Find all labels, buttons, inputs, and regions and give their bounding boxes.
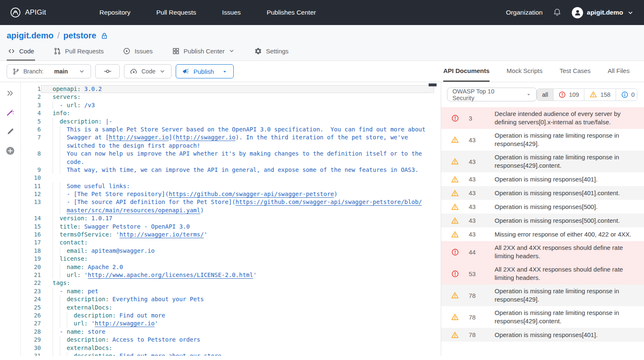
code-line[interactable]: 23- name: pet <box>21 287 441 295</box>
nav-item-repository[interactable]: Repository <box>99 9 130 16</box>
issue-severity <box>441 331 469 339</box>
code-line[interactable]: switched to the design first approach! <box>21 142 441 150</box>
issue-row[interactable]: 43Missing error response of either 400, … <box>441 227 644 241</box>
user-menu[interactable]: apigit.demo <box>572 7 634 18</box>
repo-tab-settings[interactable]: Settings <box>253 42 289 60</box>
code-download-button[interactable]: Code <box>124 64 172 78</box>
code-token: title: <box>60 223 81 230</box>
code-line[interactable]: 29description: Access to Petstore orders <box>21 336 441 344</box>
code-line[interactable]: 7Swagger at [http://swagger.io](http://s… <box>21 133 441 141</box>
indent-guide <box>53 214 60 222</box>
issue-row[interactable]: 78Operation is missing responses[401]. <box>441 328 644 342</box>
filter-errors[interactable]: 109 <box>553 89 584 101</box>
line-number: 5 <box>21 118 41 126</box>
ruleset-select[interactable]: OWASP Top 10 Security <box>447 88 537 101</box>
issue-row[interactable]: 43Operation is missing rate limiting res… <box>441 129 644 151</box>
code-line[interactable]: 6This is a sample Pet Store Server based… <box>21 126 441 133</box>
add-circle-icon[interactable] <box>5 146 15 156</box>
code-line[interactable]: 11Some useful links: <box>21 182 441 190</box>
code-line[interactable]: 28- name: store <box>21 328 441 336</box>
repo-tab-issues[interactable]: Issues <box>122 42 153 60</box>
code-line[interactable]: 25externalDocs: <box>21 304 441 312</box>
indent-guide <box>60 126 67 133</box>
code-line[interactable]: 9That way, with time, we can improve the… <box>21 166 441 174</box>
issue-row[interactable]: 43Operation is missing responses[401].co… <box>441 186 644 200</box>
brand[interactable]: APIGit <box>10 7 46 18</box>
issue-line-number: 43 <box>469 136 495 143</box>
bell-icon[interactable] <box>553 8 562 17</box>
issue-row[interactable]: 43Operation is missing responses[401]. <box>441 172 644 186</box>
code-line[interactable]: 21url: 'http://www.apache.org/licenses/L… <box>21 271 441 279</box>
nav-item-organization[interactable]: Organization <box>506 9 543 16</box>
issue-list: 3Declare intended audience of every serv… <box>441 107 644 356</box>
code-line[interactable]: 3- url: /v3 <box>21 101 441 109</box>
code-line[interactable]: 5description: |- <box>21 118 441 126</box>
issue-row[interactable]: 44All 2XX and 4XX responses should defin… <box>441 241 644 263</box>
issue-row[interactable]: 43Operation is missing responses[500].co… <box>441 214 644 227</box>
code-line[interactable]: 27url: 'http://swagger.io' <box>21 320 441 327</box>
code-line[interactable]: 13- [The source API definition for the P… <box>21 198 441 206</box>
issue-severity <box>441 313 469 321</box>
code-line[interactable]: 14version: 1.0.17 <box>21 214 441 222</box>
repo-tab-pull-requests[interactable]: Pull Requests <box>53 42 105 60</box>
code-line[interactable]: 19license: <box>21 255 441 263</box>
filter-all[interactable]: all <box>537 89 553 101</box>
indent-guide <box>67 352 74 356</box>
panel-tab-api-documents[interactable]: API Documents <box>443 61 490 82</box>
line-content: title: Swagger Petstore - OpenAPI 3.0 <box>41 223 434 231</box>
code-line[interactable]: 8You can now help us improve the API whe… <box>21 150 441 158</box>
commit-button[interactable] <box>95 64 120 78</box>
breadcrumb-owner[interactable]: apigit.demo <box>7 31 53 40</box>
code-line[interactable]: 20name: Apache 2.0 <box>21 263 441 271</box>
panel-tab-all-files[interactable]: All Files <box>608 61 630 82</box>
breadcrumb-repo[interactable]: petstore <box>63 31 96 40</box>
code-line[interactable]: code. <box>21 158 441 166</box>
code-token: switched to the design first approach! <box>67 142 200 149</box>
nav-item-publishes-center[interactable]: Publishes Center <box>267 9 316 16</box>
filter-warnings[interactable]: 158 <box>584 89 615 101</box>
panel-tab-mock-scripts[interactable]: Mock Scripts <box>507 61 543 82</box>
code-line[interactable]: 26description: Find out more <box>21 312 441 320</box>
info-icon <box>621 91 629 98</box>
collapse-sidebar-icon[interactable] <box>6 89 15 98</box>
repo-tab-code[interactable]: Code <box>7 42 35 60</box>
issue-row[interactable]: 3Declare intended audience of every serv… <box>441 107 644 129</box>
branch-select[interactable]: Branch: main <box>7 64 91 78</box>
line-number: 30 <box>21 344 41 352</box>
code-line[interactable]: 18email: apiteam@swagger.io <box>21 247 441 255</box>
code-line[interactable]: 30externalDocs: <box>21 344 441 352</box>
code-line[interactable]: master/src/main/resources/openapi.yaml) <box>21 206 441 214</box>
code-line[interactable]: 16termsOfService: 'http://swagger.io/ter… <box>21 231 441 239</box>
line-number: 15 <box>21 223 41 231</box>
code-line[interactable]: 1openapi: 3.0.2 <box>21 85 441 93</box>
line-number: 25 <box>21 304 41 312</box>
issue-severity <box>441 114 469 122</box>
code-line[interactable]: 2servers: <box>21 93 441 101</box>
edit-pencil-icon[interactable] <box>6 127 15 136</box>
warning-icon <box>451 175 459 184</box>
code-line[interactable]: 17contact: <box>21 239 441 247</box>
line-content: Swagger at [http://swagger.io](http://sw… <box>41 133 434 141</box>
code-line[interactable]: 15title: Swagger Petstore - OpenAPI 3.0 <box>21 223 441 231</box>
code-line[interactable]: 12- [The Pet Store repository](https://g… <box>21 190 441 198</box>
code-link: https://github.com/swagger-api/swagger-p… <box>235 199 422 205</box>
repo-tab-publish-center[interactable]: Publish Center <box>171 42 236 60</box>
code-line[interactable]: 4info: <box>21 109 441 117</box>
filter-infos[interactable]: 0 <box>616 89 637 101</box>
code-editor[interactable]: 1openapi: 3.0.22servers:3- url: /v34info… <box>21 82 441 356</box>
code-line[interactable]: 22tags: <box>21 279 441 287</box>
nav-item-pull-requests[interactable]: Pull Requests <box>156 9 196 16</box>
magic-wand-icon[interactable] <box>6 108 15 117</box>
nav-item-issues[interactable]: Issues <box>222 9 241 16</box>
issue-row[interactable]: 43Operation is missing rate limiting res… <box>441 151 644 172</box>
issue-row[interactable]: 78Operation is missing rate limiting res… <box>441 306 644 328</box>
issue-row[interactable]: 78Operation is missing rate limiting res… <box>441 284 644 306</box>
code-line[interactable]: 31description: Find out more about our s… <box>21 352 441 356</box>
line-number: 3 <box>21 101 41 109</box>
publish-button[interactable]: Publish <box>176 64 233 78</box>
issue-row[interactable]: 43Operation is missing responses[500]. <box>441 200 644 214</box>
issue-row[interactable]: 53All 2XX and 4XX responses should defin… <box>441 263 644 284</box>
code-line[interactable]: 24description: Everything about your Pet… <box>21 295 441 303</box>
code-line[interactable]: 10 <box>21 174 441 182</box>
panel-tab-test-cases[interactable]: Test Cases <box>560 61 591 82</box>
